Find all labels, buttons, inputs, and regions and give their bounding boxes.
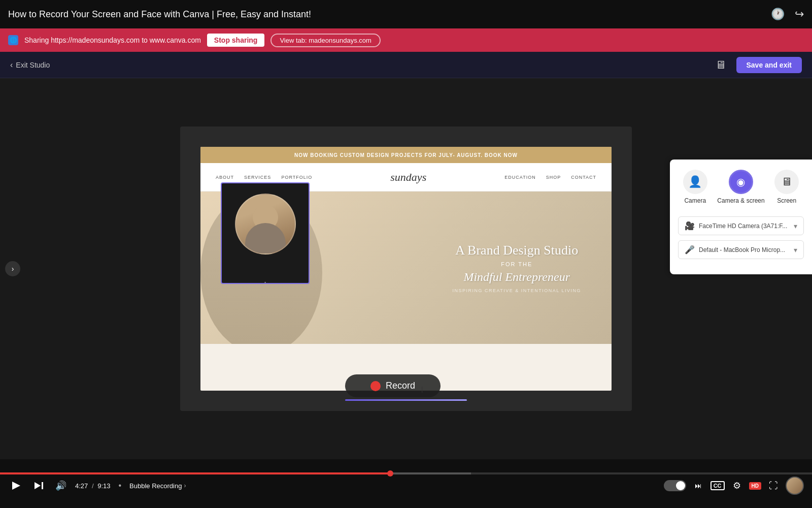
camera-dd-arrow: ▾ xyxy=(794,222,797,230)
camera-screen-option-icon: ◉ xyxy=(729,170,753,194)
autoplay-toggle[interactable] xyxy=(664,480,686,491)
webcam-feed xyxy=(235,194,296,255)
settings-panel: 👤 Camera ◉ Camera & screen 🖥 Screen 🎥 Fa… xyxy=(670,160,812,274)
gear-icon: ⚙ xyxy=(733,480,741,491)
title-icons: 🕐 ↪ xyxy=(771,8,804,21)
camera-screen-option[interactable]: ◉ Camera & screen xyxy=(717,170,764,204)
mindful-entrepreneur-title: Mindful Entrepreneur xyxy=(452,270,581,284)
record-dot-icon xyxy=(370,381,381,391)
record-button-container: Record xyxy=(345,374,467,401)
progress-thumb[interactable] xyxy=(387,470,393,477)
hd-badge: HD xyxy=(749,482,761,490)
monitor-icon[interactable]: 🖥 xyxy=(715,58,726,72)
site-nav-links: ABOUT SERVICES PORTFOLIO xyxy=(216,175,312,180)
controls-row: 🔊 4:27 / 9:13 • Bubble Recording › ⏭ CC … xyxy=(0,477,812,495)
camera-option-icon: 👤 xyxy=(683,170,707,194)
current-time: 4:27 xyxy=(75,482,88,490)
webcam-body xyxy=(245,223,286,253)
site-hero-text: A Brand Design Studio FOR THE Mindful En… xyxy=(452,243,581,293)
back-arrow-icon: ‹ xyxy=(10,60,13,70)
microphone-dropdown[interactable]: 🎤 Default - MacBook Pro Microp... ▾ xyxy=(678,240,804,259)
camera-option[interactable]: 👤 Camera xyxy=(683,170,707,204)
cc-button[interactable]: CC xyxy=(710,481,725,490)
drag-handle[interactable]: ✛ xyxy=(261,280,269,284)
total-time: 9:13 xyxy=(97,482,110,490)
screen-only-option-icon: 🖥 xyxy=(774,170,799,194)
view-tab-button[interactable]: View tab: madeonsundays.com xyxy=(270,34,380,47)
toggle-knob xyxy=(676,481,685,490)
right-controls: ⏭ CC ⚙ HD ⛶ xyxy=(664,477,804,495)
playlist-expand-icon: › xyxy=(184,482,186,489)
play-icon xyxy=(12,482,20,490)
record-progress-bar xyxy=(345,399,467,401)
main-content: › NOW BOOKING CUSTOM DESIGN PROJECTS FOR… xyxy=(0,78,812,459)
mic-device-text: Default - MacBook Pro Microp... xyxy=(699,246,790,253)
sharing-url-text: Sharing https://madeonsundays.com to www… xyxy=(24,36,201,44)
record-button[interactable]: Record xyxy=(345,374,441,397)
bottom-bar: 🔊 4:27 / 9:13 • Bubble Recording › ⏭ CC … xyxy=(0,459,812,508)
site-nav-right: EDUCATION SHOP CONTACT xyxy=(504,175,596,180)
camera-dd-icon: 🎥 xyxy=(685,221,695,231)
settings-button[interactable]: ⚙ xyxy=(729,478,745,494)
brand-studio-title: A Brand Design Studio xyxy=(452,243,581,258)
fullscreen-button[interactable]: ⛶ xyxy=(765,478,782,494)
mic-dd-icon: 🎤 xyxy=(685,245,695,255)
play-button[interactable] xyxy=(8,478,24,494)
camera-dropdown[interactable]: 🎥 FaceTime HD Camera (3A71:F... ▾ xyxy=(678,216,804,235)
time-display: 4:27 / 9:13 xyxy=(75,482,110,490)
skip-next-icon xyxy=(35,482,43,489)
progress-bar-fill xyxy=(0,472,390,474)
mic-dd-arrow: ▾ xyxy=(794,246,797,254)
screen-only-option-label: Screen xyxy=(777,197,796,204)
studio-header: ‹ Exit Studio 🖥 Save and exit xyxy=(0,52,812,78)
video-progress-bar[interactable] xyxy=(0,472,812,474)
play-next-icon[interactable]: ⏭ xyxy=(690,478,706,494)
sharing-bar: 🌐 Sharing https://madeonsundays.com to w… xyxy=(0,28,812,52)
user-avatar[interactable] xyxy=(786,477,804,495)
webcam-overlay[interactable]: ↺ 📷 ✛ xyxy=(221,182,310,284)
title-bar: How to Record Your Screen and Face with … xyxy=(0,0,812,28)
progress-bar-buffered xyxy=(390,472,471,474)
playlist-name[interactable]: Bubble Recording › xyxy=(129,482,186,490)
sub-tagline: INSPIRING CREATIVE & INTENTIONAL LIVING xyxy=(452,288,581,293)
skip-next-button[interactable] xyxy=(30,478,47,494)
settings-options: 👤 Camera ◉ Camera & screen 🖥 Screen xyxy=(678,170,804,204)
site-logo: sundays xyxy=(390,171,426,184)
for-the-label: FOR THE xyxy=(452,261,581,267)
watch-later-icon[interactable]: 🕐 xyxy=(771,8,785,21)
site-announcement-bar: NOW BOOKING CUSTOM DESIGN PROJECTS FOR J… xyxy=(200,147,612,163)
camera-device-text: FaceTime HD Camera (3A71:F... xyxy=(699,223,790,230)
record-label: Record xyxy=(386,380,415,391)
video-title: How to Record Your Screen and Face with … xyxy=(8,9,771,20)
exit-studio-button[interactable]: ‹ Exit Studio xyxy=(10,60,50,70)
camera-screen-option-label: Camera & screen xyxy=(717,197,764,204)
stop-sharing-button[interactable]: Stop sharing xyxy=(207,34,265,47)
video-preview: NOW BOOKING CUSTOM DESIGN PROJECTS FOR J… xyxy=(180,126,632,411)
share-icon[interactable]: ↪ xyxy=(795,8,804,21)
chrome-icon: 🌐 xyxy=(8,35,18,45)
exit-studio-label: Exit Studio xyxy=(16,61,50,69)
sidebar-toggle-button[interactable]: › xyxy=(5,261,20,276)
screen-only-option[interactable]: 🖥 Screen xyxy=(774,170,799,204)
camera-option-label: Camera xyxy=(684,197,706,204)
volume-button[interactable]: 🔊 xyxy=(53,478,69,494)
save-exit-button[interactable]: Save and exit xyxy=(736,57,802,73)
